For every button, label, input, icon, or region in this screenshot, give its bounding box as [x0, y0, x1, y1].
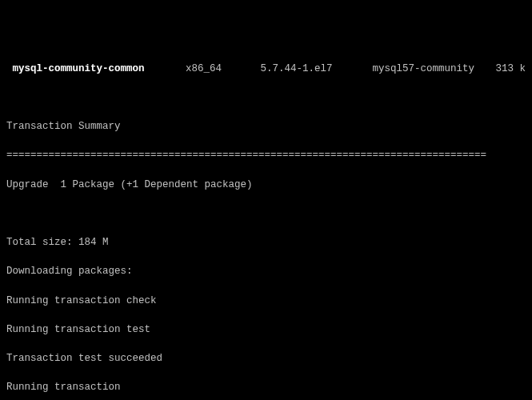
pkg-version: 5.7.44-1.el7: [260, 62, 372, 76]
pkg-arch: x86_64: [186, 62, 260, 76]
running-transaction-check: Running transaction check: [6, 294, 526, 308]
transaction-test-succeeded: Transaction test succeeded: [6, 351, 526, 366]
transaction-summary-title: Transaction Summary: [6, 119, 526, 134]
horizontal-rule: ========================================…: [6, 148, 526, 162]
running-transaction: Running transaction: [6, 380, 526, 394]
total-size: Total size: 184 M: [6, 235, 526, 250]
pkg-size: 313 k: [495, 62, 526, 76]
running-transaction-test: Running transaction test: [6, 322, 526, 337]
downloading-packages: Downloading packages:: [6, 264, 526, 278]
pkg-name: mysql-community-common: [6, 62, 186, 76]
pkg-repo: mysql57-community: [372, 62, 495, 76]
blank-line: [6, 206, 526, 221]
upgrade-summary: Upgrade 1 Package (+1 Dependent package): [6, 178, 526, 192]
package-header-row: mysql-community-common x86_64 5.7.44-1.e…: [6, 62, 526, 76]
blank-line: [6, 90, 526, 105]
